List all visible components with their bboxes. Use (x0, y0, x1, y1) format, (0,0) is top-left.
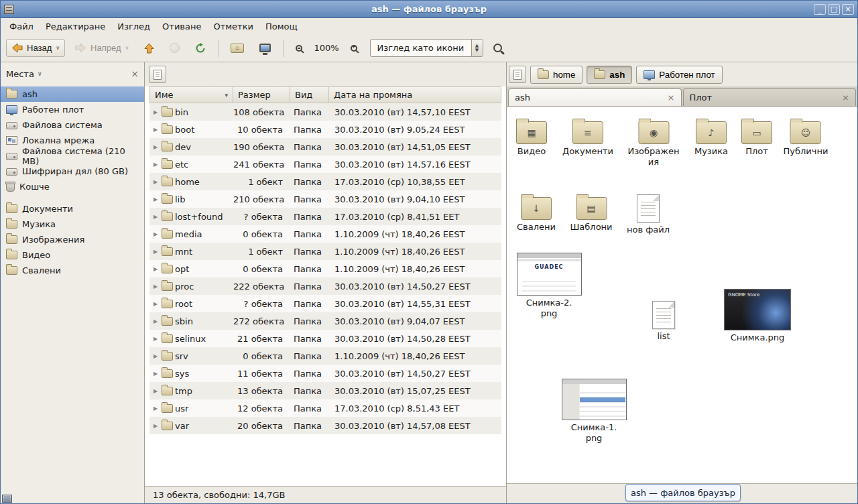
back-button[interactable]: Назад ∨ (6, 39, 65, 57)
expander-icon[interactable]: ▶ (149, 127, 162, 133)
expander-icon[interactable]: ▶ (149, 144, 162, 150)
path-button[interactable]: ash (587, 66, 632, 84)
taskbar-app-icon[interactable] (2, 495, 12, 503)
forward-dropdown-icon[interactable]: ∨ (125, 45, 129, 51)
maximize-button[interactable]: □ (828, 4, 840, 15)
sidebar-item[interactable]: Файлова система (1, 117, 144, 133)
sidebar-item[interactable]: Документи (1, 201, 144, 216)
back-dropdown-icon[interactable]: ∨ (56, 45, 60, 51)
menu-item[interactable]: Помощ (259, 19, 304, 34)
file-row[interactable]: ▶ tmp 13 обекта Папка 30.03.2010 (вт) 15… (149, 382, 501, 399)
expander-icon[interactable]: ▶ (149, 388, 162, 394)
sidebar-item[interactable]: Музика (1, 216, 144, 232)
zoom-in-button[interactable] (345, 41, 363, 56)
file-row[interactable]: ▶ opt 0 обекта Папка 1.10.2009 (чт) 18,4… (149, 260, 501, 277)
menu-item[interactable]: Отиване (156, 19, 207, 34)
icon-view-item[interactable]: ▦ Видео (516, 116, 547, 157)
expander-icon[interactable]: ▶ (149, 249, 162, 255)
file-row[interactable]: ▶ var 20 обекта Папка 30.03.2010 (вт) 14… (149, 417, 501, 434)
expander-icon[interactable]: ▶ (149, 214, 162, 220)
forward-button[interactable]: Напред ∨ (70, 39, 134, 57)
search-button[interactable] (488, 40, 507, 56)
file-row[interactable]: ▶ media 0 обекта Папка 1.10.2009 (чт) 18… (149, 225, 501, 243)
file-row[interactable]: ▶ sbin 272 обекта Папка 30.03.2010 (вт) … (149, 312, 501, 330)
file-row[interactable]: ▶ proc 222 обекта Папка 30.03.2010 (вт) … (149, 277, 501, 295)
column-header-size[interactable]: Размер (233, 86, 290, 103)
file-row[interactable]: ▶ mnt 1 обект Папка 1.10.2009 (чт) 18,40… (149, 243, 501, 260)
file-row[interactable]: ▶ srv 0 обекта Папка 1.10.2009 (чт) 18,4… (149, 347, 501, 365)
expander-icon[interactable]: ▶ (149, 405, 162, 412)
file-row[interactable]: ▶ bin 108 обекта Папка 30.03.2010 (вт) 1… (149, 103, 501, 121)
file-row[interactable]: ▶ sys 11 обекта Папка 30.03.2010 (вт) 14… (149, 365, 501, 382)
sidebar-item[interactable]: Шифриран дял (80 GB) (1, 164, 144, 179)
expander-icon[interactable]: ▶ (149, 196, 162, 202)
menu-item[interactable]: Отметки (207, 19, 259, 34)
column-header-date[interactable]: Дата на промяна (329, 86, 501, 103)
icon-view-item[interactable]: ♪ Музика (694, 116, 728, 157)
file-row[interactable]: ▶ usr 12 обекта Папка 17.03.2010 (ср) 8,… (149, 399, 501, 417)
sidebar-mode-dropdown-icon[interactable]: ∨ (38, 70, 42, 77)
expander-icon[interactable]: ▶ (149, 353, 162, 359)
expander-icon[interactable]: ▶ (149, 371, 162, 377)
file-row[interactable]: ▶ lost+found ? обекта Папка 17.03.2010 (… (149, 208, 501, 225)
file-row[interactable]: ▶ lib 210 обекта Папка 30.03.2010 (вт) 9… (149, 190, 501, 208)
file-row[interactable]: ▶ home 1 обект Папка 17.03.2010 (ср) 10,… (149, 173, 501, 190)
expander-icon[interactable]: ▶ (149, 179, 162, 185)
taskbar-window-button[interactable]: ash — файлов браузър (625, 484, 741, 501)
sidebar-item[interactable]: Свалени (1, 263, 144, 278)
icon-view-item[interactable]: ▤ Шаблони (570, 192, 612, 233)
icon-view-item[interactable]: нов файл (627, 192, 670, 235)
menu-item[interactable]: Изглед (111, 19, 156, 34)
sidebar-item[interactable]: Видео (1, 247, 144, 263)
icon-view-item[interactable]: ☺ Публични (784, 116, 829, 157)
sidebar-item[interactable]: Работен плот (1, 102, 144, 117)
expander-icon[interactable]: ▶ (149, 301, 162, 307)
sidebar-close-icon[interactable]: × (131, 68, 139, 79)
expander-icon[interactable]: ▶ (149, 284, 162, 290)
menu-item[interactable]: Редактиране (40, 19, 111, 34)
file-row[interactable]: ▶ selinux 21 обекта Папка 30.03.2010 (вт… (149, 330, 501, 347)
icon-view-item[interactable]: ≡ Документи (562, 116, 613, 157)
path-button[interactable]: home (530, 66, 583, 84)
computer-button[interactable] (254, 40, 276, 56)
path-root-button[interactable] (509, 66, 526, 83)
file-row[interactable]: ▶ etc 241 обекта Папка 30.03.2010 (вт) 1… (149, 155, 501, 173)
expander-icon[interactable]: ▶ (149, 231, 162, 237)
expander-icon[interactable]: ▶ (149, 109, 162, 115)
expander-icon[interactable]: ▶ (149, 423, 162, 429)
home-button[interactable]: ⌂ (225, 39, 249, 57)
sidebar-title[interactable]: Места (6, 69, 34, 79)
tab[interactable]: ash × (508, 88, 682, 106)
path-button[interactable]: Работен плот (636, 66, 722, 84)
expander-icon[interactable]: ▶ (149, 318, 162, 324)
icon-view-item[interactable]: ↓ Свалени (517, 192, 556, 233)
icon-view-item[interactable]: GUADEC Снимка-2. png (517, 253, 581, 319)
stop-button[interactable] (164, 39, 185, 57)
tab-close-icon[interactable]: × (668, 92, 675, 103)
column-header-type[interactable]: Вид (290, 86, 329, 103)
column-header-name[interactable]: Име ▾ (149, 86, 233, 103)
menu-item[interactable]: Файл (3, 19, 40, 34)
sidebar-item[interactable]: Кошче (1, 179, 144, 194)
up-button[interactable] (139, 39, 160, 58)
sidebar-item[interactable]: ash (1, 86, 144, 102)
sidebar-item[interactable]: Изображения (1, 232, 144, 247)
tab[interactable]: Плот × (683, 88, 857, 106)
view-mode-select[interactable]: Изглед като икони ▲▼ (370, 39, 483, 57)
icon-view-item[interactable]: GNOME Store Снимка.png (725, 289, 790, 343)
reload-button[interactable] (190, 39, 211, 58)
titlebar[interactable]: ash — файлов браузър _ □ × (1, 1, 857, 18)
minimize-button[interactable]: _ (814, 4, 826, 15)
file-row[interactable]: ▶ boot 10 обекта Папка 30.03.2010 (вт) 9… (149, 121, 501, 138)
icon-view-item[interactable]: Снимка-1. png (562, 379, 626, 444)
file-row[interactable]: ▶ root ? обекта Папка 30.03.2010 (вт) 14… (149, 295, 501, 312)
close-button[interactable]: × (842, 4, 854, 15)
sidebar-item[interactable]: Файлова система (210 MB) (1, 148, 144, 164)
zoom-out-button[interactable] (290, 41, 308, 56)
expander-icon[interactable]: ▶ (149, 162, 162, 168)
icon-view-item[interactable]: list (652, 298, 675, 342)
spinner-icons[interactable]: ▲▼ (471, 40, 483, 56)
expander-icon[interactable]: ▶ (149, 266, 162, 272)
icon-view-item[interactable]: ▭ Плот (741, 116, 772, 157)
expander-icon[interactable]: ▶ (149, 336, 162, 342)
